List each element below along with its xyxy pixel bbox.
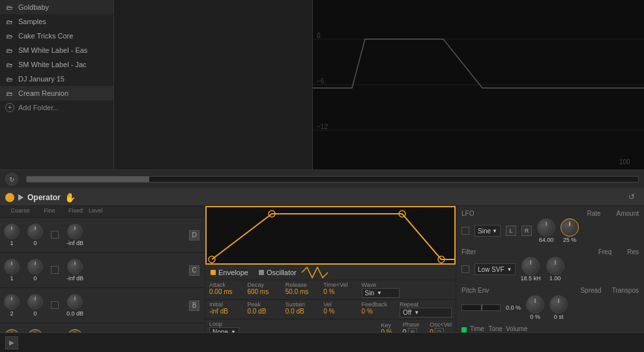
feedback-group: Feedback 0 % — [362, 301, 400, 317]
op-b-button[interactable]: B — [189, 301, 199, 311]
op-c-coarse-knob[interactable] — [4, 259, 20, 274]
waveform-area: 0 −6 −12 100 — [313, 0, 644, 169]
env-params-row2: Initial -inf dB Peak 0.0 dB Sustain 0.0 … — [205, 300, 456, 319]
op-c-fine-knob[interactable] — [27, 259, 43, 274]
filter-freq-knob[interactable] — [521, 257, 540, 275]
play-icon: ↻ — [9, 176, 14, 183]
filter-res-knob[interactable] — [546, 257, 564, 275]
op-c-coarse-val: 1 — [10, 275, 13, 282]
lfo-r-button[interactable]: R — [521, 226, 532, 236]
lfo-rate-knob[interactable] — [537, 218, 555, 237]
lfo-row: Sine ▼ L R 64.00 25 % — [461, 218, 639, 243]
lfo-checkbox[interactable] — [461, 227, 469, 235]
instrument-header: Operator ✋ ↺ — [0, 189, 644, 206]
sidebar-item-cake-tricks[interactable]: 🗁 Cake Tricks Core — [0, 29, 113, 43]
op-d-coarse-knob[interactable] — [4, 224, 20, 239]
op-b-fixed-checkbox[interactable] — [51, 301, 59, 309]
attack-group: Attack 0.00 ms — [209, 282, 247, 298]
fixed-header: Fixed — [63, 207, 89, 216]
op-d-coarse-group: 1 — [4, 224, 20, 246]
transpo-pair: 0 st — [549, 295, 568, 320]
op-row-b: 2 0 0.0 dB B — [0, 288, 205, 323]
sidebar-item-sm-white-eas[interactable]: 🗁 SM White Label - Eas — [0, 43, 113, 57]
op-b-fine-knob[interactable] — [27, 294, 43, 310]
sidebar: 🗁 Goldbaby 🗁 Samples 🗁 Cake Tricks Core … — [0, 0, 114, 169]
sidebar-item-goldbaby[interactable]: 🗁 Goldbaby — [0, 0, 113, 14]
filter-checkbox[interactable] — [461, 265, 469, 273]
repeat-select[interactable]: Off ▼ — [400, 308, 452, 317]
op-d-level-group: -inf dB — [66, 224, 83, 246]
folder-icon: 🗁 — [5, 60, 14, 69]
spread-knob[interactable] — [526, 295, 544, 314]
op-c-fine-val: 0 — [33, 275, 37, 282]
envelope-tab-dot — [211, 270, 216, 275]
sidebar-item-cream-reunion[interactable]: 🗁 Cream Reunion — [0, 86, 113, 100]
filter-header: Filter Freq Res — [461, 246, 639, 257]
folder-icon: 🗁 — [5, 31, 14, 40]
svg-text:−12: −12 — [317, 123, 328, 130]
operator-body: Coarse Fine Fixed Level 1 0 — [0, 206, 644, 332]
op-d-fine-knob[interactable] — [27, 224, 43, 239]
op-c-fixed-checkbox[interactable] — [51, 266, 59, 274]
envelope-tab[interactable]: Envelope — [211, 269, 248, 276]
folder-icon: 🗁 — [5, 74, 14, 83]
envelope-tab-label: Envelope — [218, 269, 248, 276]
vel-group: Vel 0 % — [323, 301, 361, 317]
folder-icon: 🗁 — [5, 17, 14, 26]
instrument-panel: Operator ✋ ↺ Coarse Fine Fixed Level 1 — [0, 189, 644, 332]
op-b-coarse-val: 2 — [10, 310, 13, 317]
osc-wave-mini — [302, 266, 334, 279]
power-button[interactable] — [5, 193, 14, 202]
refresh-button[interactable]: ↺ — [628, 192, 639, 203]
oscillator-tab[interactable]: Oscillator — [259, 266, 334, 279]
lfo-wave-arrow: ▼ — [492, 228, 497, 234]
sustain-group: Sustain 0.0 dB — [285, 301, 323, 317]
add-folder-button[interactable]: + Add Folder... — [0, 100, 113, 115]
sidebar-item-dj-january[interactable]: 🗁 DJ January 15 — [0, 72, 113, 86]
progress-bar[interactable] — [26, 176, 639, 183]
plus-icon: + — [5, 103, 14, 112]
filter-type-select[interactable]: Low SVF ▼ — [475, 263, 516, 275]
transpo-knob[interactable] — [549, 295, 568, 314]
oscillator-tab-label: Oscillator — [267, 269, 297, 276]
lfo-amount-pair: 25 % — [561, 218, 579, 243]
op-d-fixed-group — [51, 231, 59, 240]
lfo-header: LFO Rate Amount — [461, 207, 639, 218]
wave-dropdown-arrow: ▼ — [377, 290, 382, 296]
lfo-wave-select[interactable]: Sine ▼ — [475, 225, 501, 237]
peak-group: Peak 0.0 dB — [247, 301, 285, 317]
svg-text:100: 100 — [619, 158, 630, 166]
op-d-fixed-checkbox[interactable] — [51, 231, 59, 239]
wave-select[interactable]: Sin ▼ — [362, 288, 400, 298]
transport-play-button[interactable]: ↻ — [5, 173, 18, 186]
transport-bar: ↻ — [0, 169, 644, 189]
pitch-env-slider[interactable] — [461, 304, 501, 311]
op-d-level-val: -inf dB — [66, 240, 83, 246]
play-button[interactable] — [18, 194, 23, 201]
repeat-dropdown-arrow: ▼ — [414, 310, 419, 315]
lfo-amount-knob[interactable] — [561, 218, 579, 237]
op-d-button[interactable]: D — [189, 230, 199, 241]
release-group: Release 50.0 ms — [285, 282, 323, 298]
sidebar-item-sm-white-jac[interactable]: 🗁 SM White Label - Jac — [0, 57, 113, 72]
op-b-coarse-knob[interactable] — [4, 294, 20, 310]
op-c-level-knob[interactable] — [67, 259, 83, 274]
coarse-header: Coarse — [4, 207, 37, 216]
spread-pair: 0 % — [526, 295, 544, 320]
op-c-coarse-group: 1 — [4, 259, 20, 282]
op-c-button[interactable]: C — [189, 265, 199, 276]
op-d-coarse-val: 1 — [10, 240, 13, 246]
op-d-fine-val: 0 — [33, 240, 37, 246]
op-b-level-group: 0.0 dB — [66, 294, 83, 317]
envelope-oscillator-area: Envelope Oscillator Attack 0.00 ms — [205, 206, 456, 332]
svg-text:−6: −6 — [317, 78, 325, 85]
sidebar-item-samples[interactable]: 🗁 Samples — [0, 14, 113, 29]
initial-group: Initial -inf dB — [209, 301, 247, 317]
lfo-l-button[interactable]: L — [506, 226, 516, 236]
folder-icon: 🗁 — [5, 89, 14, 98]
op-b-level-knob[interactable] — [67, 294, 83, 310]
op-d-level-knob[interactable] — [67, 224, 83, 239]
progress-fill — [27, 177, 149, 182]
bottom-play-button[interactable]: ▶ — [5, 336, 18, 349]
bottom-play-icon: ▶ — [9, 339, 14, 346]
